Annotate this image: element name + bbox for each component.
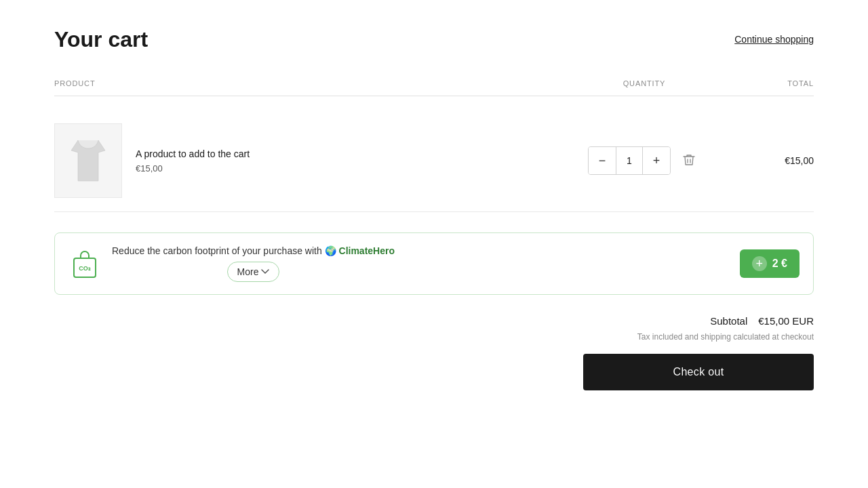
continue-shopping-link[interactable]: Continue shopping: [734, 27, 814, 45]
checkout-button[interactable]: Check out: [583, 354, 814, 390]
chevron-down-icon: [261, 269, 269, 274]
tax-note: Tax included and shipping calculated at …: [637, 332, 814, 342]
add-climate-hero-button[interactable]: + 2 €: [740, 249, 800, 278]
quantity-value: 1: [616, 147, 643, 174]
item-total: €15,00: [712, 155, 814, 166]
subtotal-amount: €15,00 EUR: [758, 315, 814, 327]
product-price: €15,00: [136, 163, 250, 174]
more-button[interactable]: More: [227, 262, 280, 282]
delete-item-button[interactable]: [677, 148, 701, 174]
climate-text: Reduce the carbon footprint of your purc…: [112, 245, 395, 256]
cart-summary: Subtotal €15,00 EUR Tax included and shi…: [54, 315, 814, 390]
decrease-quantity-button[interactable]: −: [589, 147, 616, 174]
product-image: [54, 123, 122, 198]
table-row: A product to add to the cart €15,00 − 1 …: [54, 110, 814, 212]
increase-quantity-button[interactable]: +: [643, 147, 670, 174]
total-column-header: TOTAL: [712, 79, 814, 87]
quantity-controls: − 1 +: [576, 146, 712, 175]
product-details: A product to add to the cart €15,00: [136, 148, 250, 174]
climate-planet-icon: 🌍: [325, 245, 336, 256]
page-title: Your cart: [54, 27, 148, 52]
product-column-header: PRODUCT: [54, 79, 576, 87]
climate-hero-brand: ClimateHero: [339, 245, 395, 256]
product-info: A product to add to the cart €15,00: [54, 123, 576, 198]
co2-bag-icon: CO₂: [68, 247, 101, 280]
product-name: A product to add to the cart: [136, 148, 250, 159]
quantity-column-header: QUANTITY: [576, 79, 712, 87]
subtotal-label: Subtotal: [710, 315, 747, 327]
climate-hero-banner: CO₂ Reduce the carbon footprint of your …: [54, 232, 814, 295]
plus-icon: +: [752, 256, 767, 271]
svg-text:CO₂: CO₂: [79, 265, 91, 272]
trash-icon: [683, 153, 695, 167]
